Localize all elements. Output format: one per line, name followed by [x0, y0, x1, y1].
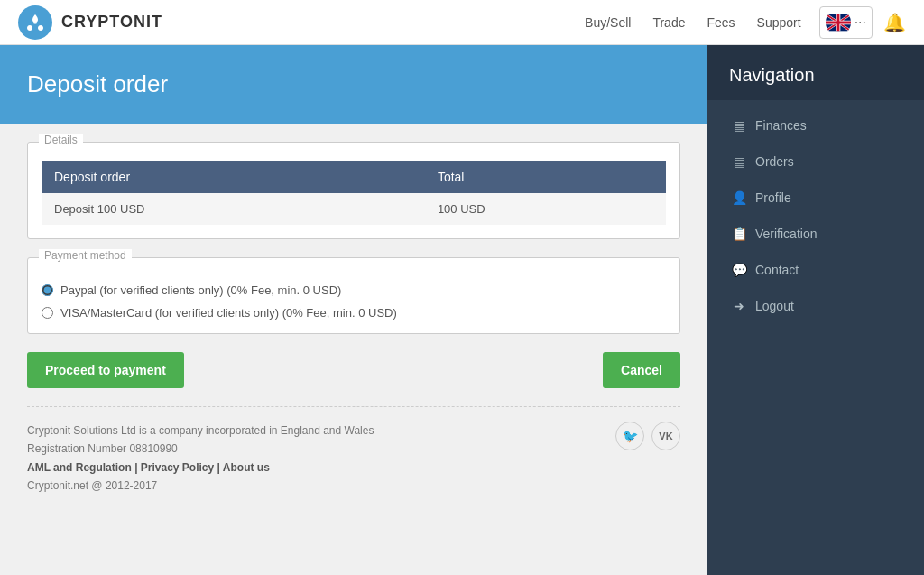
about-link[interactable]: About us — [223, 461, 270, 474]
sidebar-label-finances: Finances — [755, 118, 807, 133]
profile-icon: 👤 — [732, 190, 746, 205]
buttons-row: Proceed to payment Cancel — [27, 352, 680, 388]
sidebar-label-orders: Orders — [755, 154, 794, 169]
header: CRYPTONIT Buy/Sell Trade Fees Support ··… — [0, 0, 924, 45]
flag-icon — [826, 10, 851, 35]
sidebar-item-orders[interactable]: ▤ Orders — [707, 144, 924, 180]
logo[interactable]: CRYPTONIT — [18, 5, 162, 40]
dots-icon: ··· — [855, 14, 866, 31]
footer-copyright: Cryptonit.net @ 2012-2017 — [27, 477, 374, 495]
logout-icon: ➜ — [732, 299, 746, 313]
divider — [27, 406, 680, 407]
paypal-label: Paypal (for verified clients only) (0% F… — [60, 283, 341, 297]
table-header-row: Deposit order Total — [42, 161, 666, 193]
nav-support[interactable]: Support — [757, 15, 801, 30]
nav-trade[interactable]: Trade — [652, 15, 685, 30]
sidebar-item-finances[interactable]: ▤ Finances — [707, 107, 924, 144]
details-section: Details Deposit order Total Deposit 100 … — [27, 142, 680, 239]
table-row: Deposit 100 USD 100 USD — [42, 193, 666, 225]
vk-icon[interactable]: VK — [651, 422, 680, 450]
nav-fees[interactable]: Fees — [707, 15, 735, 30]
sidebar: Navigation ▤ Finances ▤ Orders 👤 Profile… — [707, 45, 924, 575]
sidebar-label-contact: Contact — [755, 263, 799, 277]
sidebar-title: Navigation — [707, 45, 924, 100]
header-actions: ··· 🔔 — [819, 6, 906, 39]
footer-sep1: | — [134, 461, 141, 474]
language-selector[interactable]: ··· — [819, 6, 873, 39]
footer-company-line1: Cryptonit Solutions Ltd is a company inc… — [27, 422, 374, 440]
aml-link[interactable]: AML and Regulation — [27, 461, 132, 474]
footer-area: Cryptonit Solutions Ltd is a company inc… — [27, 422, 680, 496]
order-total: 100 USD — [425, 193, 666, 225]
svg-point-0 — [33, 21, 37, 24]
page-banner: Deposit order — [0, 45, 707, 124]
proceed-to-payment-button[interactable]: Proceed to payment — [27, 352, 184, 388]
sidebar-item-logout[interactable]: ➜ Logout — [707, 288, 924, 324]
footer-social: 🐦 VK — [615, 422, 680, 450]
logo-text: CRYPTONIT — [61, 13, 162, 32]
contact-icon: 💬 — [732, 263, 746, 277]
radio-paypal[interactable] — [42, 284, 53, 296]
notifications-button[interactable]: 🔔 — [883, 12, 906, 33]
sidebar-item-contact[interactable]: 💬 Contact — [707, 252, 924, 288]
order-desc: Deposit 100 USD — [42, 193, 425, 225]
radio-visa[interactable] — [42, 307, 53, 319]
privacy-link[interactable]: Privacy Policy — [141, 461, 214, 474]
col-total: Total — [425, 161, 666, 193]
page-title: Deposit order — [27, 70, 680, 98]
payment-section: Payment method Paypal (for verified clie… — [27, 257, 680, 334]
sidebar-label-verification: Verification — [755, 227, 817, 241]
footer-text: Cryptonit Solutions Ltd is a company inc… — [27, 422, 374, 496]
sidebar-item-profile[interactable]: 👤 Profile — [707, 180, 924, 216]
payment-option-paypal[interactable]: Paypal (for verified clients only) (0% F… — [42, 283, 666, 297]
layout: Deposit order Details Deposit order Tota… — [0, 45, 924, 575]
order-table: Deposit order Total Deposit 100 USD 100 … — [42, 161, 666, 225]
payment-option-visa[interactable]: VISA/MasterCard (for verified clients on… — [42, 306, 666, 320]
logo-icon — [18, 5, 52, 40]
footer-links: AML and Regulation | Privacy Policy | Ab… — [27, 459, 374, 477]
header-nav: Buy/Sell Trade Fees Support — [585, 15, 801, 30]
payment-options: Paypal (for verified clients only) (0% F… — [42, 283, 666, 320]
main-content: Deposit order Details Deposit order Tota… — [0, 45, 707, 575]
sidebar-label-logout: Logout — [755, 299, 794, 313]
twitter-icon[interactable]: 🐦 — [615, 422, 644, 450]
finances-icon: ▤ — [732, 118, 746, 133]
col-order: Deposit order — [42, 161, 425, 193]
details-label: Details — [39, 134, 83, 146]
orders-icon: ▤ — [732, 154, 746, 169]
sidebar-nav: ▤ Finances ▤ Orders 👤 Profile 📋 Verifica… — [707, 100, 924, 331]
cancel-button[interactable]: Cancel — [603, 352, 680, 388]
content-area: Details Deposit order Total Deposit 100 … — [0, 124, 707, 514]
footer-company-line2: Registration Number 08810990 — [27, 440, 374, 458]
payment-label: Payment method — [39, 249, 132, 262]
sidebar-label-profile: Profile — [755, 190, 791, 205]
verification-icon: 📋 — [732, 227, 746, 241]
sidebar-item-verification[interactable]: 📋 Verification — [707, 216, 924, 252]
nav-buysell[interactable]: Buy/Sell — [585, 15, 631, 30]
visa-label: VISA/MasterCard (for verified clients on… — [60, 306, 397, 320]
